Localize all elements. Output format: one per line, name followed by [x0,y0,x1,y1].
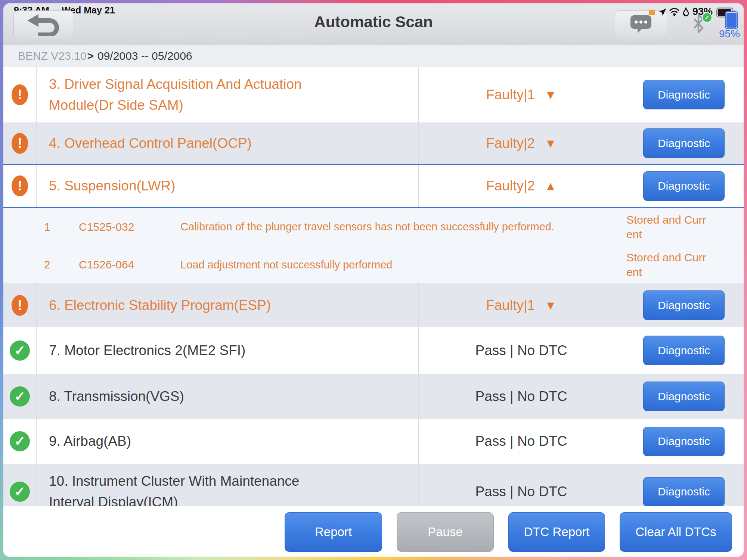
pass-check-icon: ✓ [10,340,30,361]
pass-check-icon: ✓ [10,386,30,407]
system-name: 10. Instrument Cluster With Maintenance … [49,471,340,506]
system-name: 8. Transmission(VGS) [49,386,184,407]
expand-arrow-icon: ▼ [545,137,557,149]
diagnostic-button[interactable]: Diagnostic [643,171,725,201]
dtc-description: Load adjustment not successfully perform… [180,259,625,271]
chat-bubble-icon [629,13,653,35]
breadcrumb-separator: > [87,50,94,62]
scan-status: Faulty|2 [486,136,535,151]
pass-check-icon: ✓ [10,431,30,451]
fault-warning-icon: ! [12,295,28,316]
scan-row-7[interactable]: ✓ 7. Motor Electronics 2(ME2 SFI) Pass |… [3,327,744,374]
hotspot-flame-icon [682,7,690,17]
scan-status: Pass | No DTC [475,433,567,449]
scan-row-3[interactable]: ! 3. Driver Signal Acquisition And Actua… [3,67,744,122]
dtc-row-2[interactable]: 2 C1526-064 Load adjustment not successf… [3,246,744,283]
bluetooth-status[interactable]: ✓ [691,13,714,35]
diagnostic-button[interactable]: Diagnostic [643,80,725,109]
breadcrumb: BENZ V23.10 > 09/2003 -- 05/2006 [3,45,744,67]
app-window: 9:32 AM Wed May 21 Automatic Scan [3,3,744,557]
scan-results-list: ! 3. Driver Signal Acquisition And Actua… [3,67,744,506]
scan-status: Pass | No DTC [475,343,567,358]
tablet-screen: 9:32 AM Wed May 21 Automatic Scan [0,0,747,560]
system-name: 3. Driver Signal Acquisition And Actuati… [49,74,340,116]
clear-all-dtcs-button[interactable]: Clear All DTCs [620,512,732,552]
system-name: 5. Suspension(LWR) [49,175,176,196]
breadcrumb-model-years: 09/2003 -- 05/2006 [97,50,192,62]
system-name: 7. Motor Electronics 2(ME2 SFI) [49,340,245,361]
scan-status: Faulty|2 [486,178,535,194]
scan-row-8[interactable]: ✓ 8. Transmission(VGS) Pass | No DTC Dia… [3,374,744,419]
location-arrow-icon [658,7,667,17]
system-name: 4. Overhead Control Panel(OCP) [49,133,252,154]
bluetooth-connected-check-icon: ✓ [702,12,712,23]
dtc-code: C1525-032 [79,221,142,233]
system-name: 6. Electronic Stability Program(ESP) [49,295,271,316]
footer-toolbar: Report Pause DTC Report Clear All DTCs [3,506,744,557]
dtc-state: Stored and Current [626,250,709,279]
dtc-index: 2 [36,258,58,271]
scan-row-9[interactable]: ✓ 9. Airbag(AB) Pass | No DTC Diagnostic [3,419,744,464]
system-name: 9. Airbag(AB) [49,431,131,452]
scan-status: Faulty|1 [486,87,535,103]
scan-row-10[interactable]: ✓ 10. Instrument Cluster With Maintenanc… [3,464,744,506]
diagnostic-button[interactable]: Diagnostic [643,477,725,506]
fault-warning-icon: ! [12,84,28,105]
diagnostic-button[interactable]: Diagnostic [643,128,725,158]
expand-arrow-icon: ▼ [545,89,557,101]
scan-status: Pass | No DTC [475,389,567,404]
breadcrumb-vehicle: BENZ V23.10 [18,50,86,62]
report-button[interactable]: Report [285,512,382,552]
fault-warning-icon: ! [12,175,28,196]
dtc-state: Stored and Current [626,212,709,242]
pass-check-icon: ✓ [10,482,30,502]
wifi-icon [669,8,680,16]
diagnostic-button[interactable]: Diagnostic [643,336,725,365]
dtc-code: C1526-064 [79,258,142,271]
dtc-description: Calibration of the plunger travel sensor… [180,221,625,233]
dtc-list: 1 C1525-032 Calibration of the plunger t… [3,208,744,283]
expand-arrow-icon: ▼ [545,299,557,311]
diagnostic-button[interactable]: Diagnostic [643,290,725,320]
scan-row-5-selected[interactable]: ! 5. Suspension(LWR) Faulty|2 ▲ Diagnost… [3,164,744,208]
fault-warning-icon: ! [12,133,28,154]
vci-battery-percent: 95% [719,28,740,40]
vci-battery-icon [726,12,737,28]
scan-row-4[interactable]: ! 4. Overhead Control Panel(OCP) Faulty|… [3,122,744,164]
dtc-report-button[interactable]: DTC Report [508,512,605,552]
orange-status-dot [649,10,655,15]
scan-status: Pass | No DTC [475,484,567,500]
scan-status: Faulty|1 [486,298,535,313]
dtc-row-1[interactable]: 1 C1525-032 Calibration of the plunger t… [3,208,744,246]
diagnostic-button[interactable]: Diagnostic [643,382,725,411]
dtc-index: 1 [36,221,58,233]
collapse-arrow-icon: ▲ [545,180,557,192]
scan-row-6[interactable]: ! 6. Electronic Stability Program(ESP) F… [3,283,744,327]
diagnostic-button[interactable]: Diagnostic [643,427,725,456]
header: 9:32 AM Wed May 21 Automatic Scan [3,3,744,46]
pause-button[interactable]: Pause [397,512,494,552]
